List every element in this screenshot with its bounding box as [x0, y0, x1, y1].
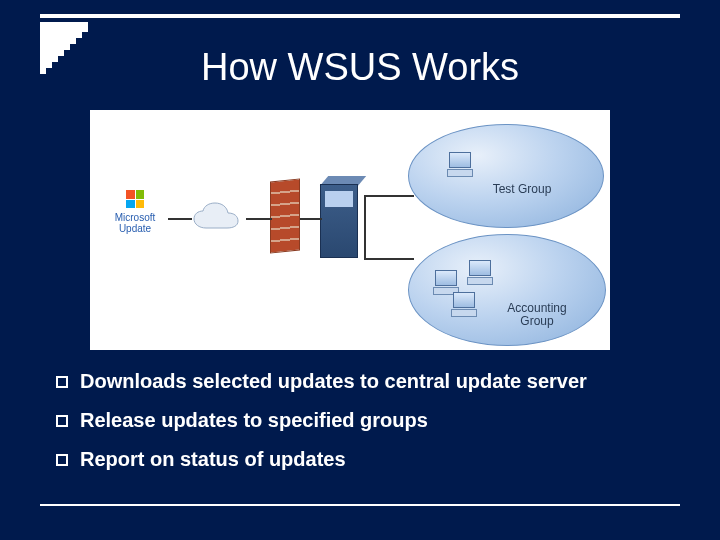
microsoft-update-label: Microsoft Update [100, 212, 170, 234]
connector-line [364, 195, 414, 197]
bullet-text: Downloads selected updates to central up… [80, 370, 587, 393]
bullet-box-icon [56, 454, 68, 466]
client-computer-icon [446, 152, 474, 180]
microsoft-update-node: Microsoft Update [100, 190, 170, 234]
microsoft-logo-icon [126, 190, 144, 208]
bullet-list: Downloads selected updates to central up… [56, 370, 680, 487]
test-group-ellipse [408, 124, 604, 228]
connector-line [168, 218, 192, 220]
client-computer-icon [466, 260, 494, 288]
connector-line [364, 195, 366, 260]
connector-line [246, 218, 272, 220]
client-computer-icon [450, 292, 478, 320]
internet-cloud-icon [188, 200, 248, 236]
bullet-box-icon [56, 376, 68, 388]
bottom-divider [40, 504, 680, 506]
bullet-item: Release updates to specified groups [56, 409, 680, 432]
bullet-box-icon [56, 415, 68, 427]
bullet-text: Release updates to specified groups [80, 409, 428, 432]
bullet-item: Report on status of updates [56, 448, 680, 471]
firewall-icon [270, 178, 300, 253]
wsus-server-icon [320, 176, 364, 258]
wsus-architecture-diagram: Microsoft Update Test Group Accounting G… [90, 110, 610, 350]
connector-line [364, 258, 414, 260]
top-divider [40, 14, 680, 18]
bullet-item: Downloads selected updates to central up… [56, 370, 680, 393]
connector-line [300, 218, 322, 220]
test-group-label: Test Group [482, 182, 562, 196]
accounting-group-label: Accounting Group [492, 302, 582, 328]
bullet-text: Report on status of updates [80, 448, 346, 471]
slide-title: How WSUS Works [0, 46, 720, 89]
